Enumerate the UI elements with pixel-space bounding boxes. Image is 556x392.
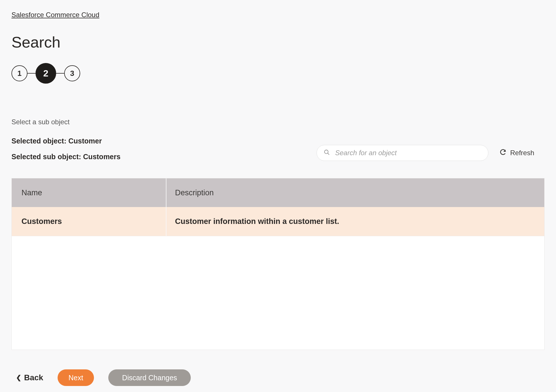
step-connector <box>27 73 36 74</box>
search-input[interactable] <box>335 149 481 157</box>
step-3[interactable]: 3 <box>64 65 80 81</box>
next-button[interactable]: Next <box>58 369 94 386</box>
search-box[interactable] <box>317 145 488 161</box>
step-2[interactable]: 2 <box>36 63 56 84</box>
column-header-description[interactable]: Description <box>166 188 544 197</box>
table-row[interactable]: Customers Customer information within a … <box>12 207 544 236</box>
selected-sub-object-prefix: Selected sub object: <box>11 153 83 161</box>
table-header: Name Description <box>12 178 544 207</box>
svg-line-1 <box>328 153 329 155</box>
selected-sub-object-value: Customers <box>83 153 121 161</box>
page-title: Search <box>11 33 545 51</box>
refresh-label: Refresh <box>510 149 534 157</box>
cell-description: Customer information within a customer l… <box>166 217 544 226</box>
selected-object-value: Customer <box>68 137 102 145</box>
back-button[interactable]: ❮ Back <box>16 373 43 382</box>
column-header-name[interactable]: Name <box>12 178 166 207</box>
discard-changes-button[interactable]: Discard Changes <box>108 369 191 386</box>
back-label: Back <box>24 373 43 382</box>
chevron-left-icon: ❮ <box>16 374 21 381</box>
sub-object-instruction: Select a sub object <box>11 118 545 126</box>
object-table: Name Description Customers Customer info… <box>11 178 545 350</box>
stepper: 1 2 3 <box>11 63 545 84</box>
footer-buttons: ❮ Back Next Discard Changes <box>11 369 545 386</box>
refresh-icon <box>499 148 507 157</box>
selected-sub-object-line: Selected sub object: Customers <box>11 153 121 161</box>
refresh-button[interactable]: Refresh <box>499 148 534 157</box>
cell-name: Customers <box>12 207 166 236</box>
step-connector <box>56 73 64 74</box>
selected-object-prefix: Selected object: <box>11 137 68 145</box>
step-1[interactable]: 1 <box>11 65 27 81</box>
search-icon <box>324 149 330 157</box>
breadcrumb-link[interactable]: Salesforce Commerce Cloud <box>11 11 99 19</box>
svg-point-0 <box>325 150 328 154</box>
selected-object-line: Selected object: Customer <box>11 137 121 145</box>
